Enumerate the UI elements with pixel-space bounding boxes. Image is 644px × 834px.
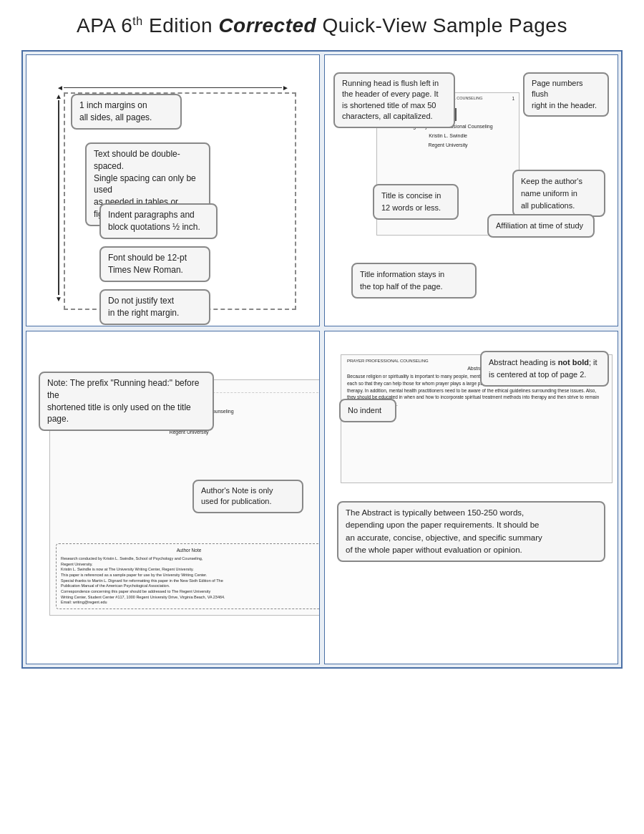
indent-callout: Indent paragraphs and block quotations ½… (99, 203, 218, 239)
abstract-heading-callout: Abstract heading is not bold; it is cent… (480, 351, 609, 387)
abstract-summary-callout: The Abstract is typically between 150-25… (337, 501, 605, 562)
margin-callout: 1 inch margins on all sides, all pages. (71, 94, 182, 130)
page-title: APA 6th Edition Corrected Quick-View Sam… (21, 14, 623, 37)
author-note-section: Author Note Research conducted by Kristi… (56, 543, 320, 609)
arrow-right-icon: ► (282, 84, 289, 92)
v-arrow: ▲ ▼ (55, 92, 62, 303)
quadrant-margins: ◄ ► ▲ ▼ 1 inch margins on all sides, all… (26, 54, 320, 326)
quadrant-abstract: PRAYER PROFESSIONAL COUNSELING 2 Abstrac… (324, 331, 618, 664)
title-position-callout: Title information stays in the top half … (351, 263, 477, 299)
justify-callout: Do not justify text in the right margin. (99, 289, 210, 325)
running-head-callout: Running head is flush left in the header… (333, 72, 455, 128)
arrow-down-icon: ▼ (55, 295, 62, 303)
affiliation-callout: Affiliation at time of study (487, 214, 595, 238)
author-uniform-callout: Keep the author's name uniform in all pu… (512, 170, 605, 217)
running-head-note-callout: Note: The prefix "Running head:" before … (39, 372, 214, 431)
title-concise-callout: Title is concise in 12 words or less. (373, 184, 459, 220)
author-note-callout: Author's Note is only used for publicati… (192, 480, 303, 513)
no-indent-callout: No indent (339, 399, 396, 422)
arrow-up-icon: ▲ (55, 92, 62, 100)
running-arrow-line (455, 108, 457, 121)
font-callout: Font should be 12-pt Times New Roman. (99, 246, 210, 282)
quadrant-running-head: Running head: PRAYER PROFESSIONAL COUNSE… (26, 331, 320, 664)
page-number-callout: Page numbers flush right in the header. (523, 72, 609, 117)
main-grid: ◄ ► ▲ ▼ 1 inch margins on all sides, all… (21, 50, 623, 669)
h-arrow: ◄ ► (57, 84, 289, 92)
quadrant-title-page: Running head: PRAYER PROFESSIONAL COUNSE… (324, 54, 618, 326)
arrow-left-icon: ◄ (57, 84, 64, 92)
